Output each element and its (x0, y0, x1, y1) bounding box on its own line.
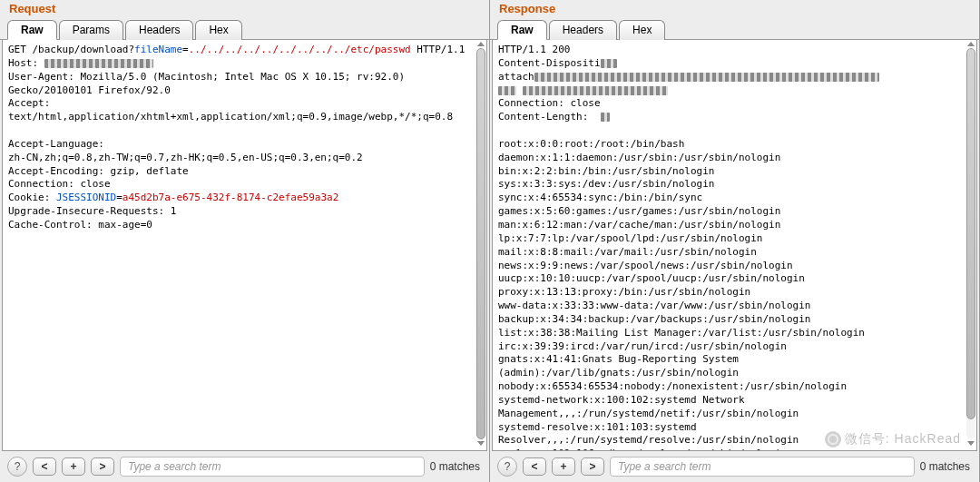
next-match-button[interactable]: > (581, 457, 604, 476)
add-button[interactable]: + (552, 457, 575, 476)
prev-match-button[interactable]: < (523, 457, 546, 476)
response-raw-content[interactable]: HTTP/1.1 200Content-Dispositi attach Con… (492, 40, 977, 451)
tab-headers[interactable]: Headers (125, 20, 193, 40)
add-button[interactable]: + (62, 457, 85, 476)
tab-headers[interactable]: Headers (549, 20, 617, 40)
response-title: Response (490, 0, 979, 19)
help-button[interactable]: ? (497, 457, 517, 477)
tab-hex[interactable]: Hex (195, 20, 241, 40)
request-scrollbar[interactable] (476, 42, 485, 446)
response-tabs: Raw Headers Hex (490, 19, 979, 40)
tab-raw[interactable]: Raw (7, 20, 57, 40)
request-match-count: 0 matches (430, 460, 482, 473)
prev-match-button[interactable]: < (33, 457, 56, 476)
response-scrollbar[interactable] (966, 42, 975, 446)
scroll-thumb[interactable] (966, 48, 975, 419)
scroll-up-icon[interactable] (967, 42, 975, 46)
request-panel: Request Raw Params Headers Hex GET /back… (0, 0, 490, 482)
help-button[interactable]: ? (7, 457, 27, 477)
scroll-down-icon[interactable] (967, 441, 975, 446)
next-match-button[interactable]: > (91, 457, 114, 476)
scroll-down-icon[interactable] (477, 441, 485, 446)
scroll-track[interactable] (966, 48, 975, 439)
scroll-thumb[interactable] (476, 48, 485, 439)
scroll-track[interactable] (476, 48, 485, 439)
response-panel: Response Raw Headers Hex HTTP/1.1 200Con… (490, 0, 980, 482)
scroll-up-icon[interactable] (477, 42, 485, 46)
request-footer: ? < + > 0 matches (0, 451, 489, 482)
tab-hex[interactable]: Hex (619, 20, 665, 40)
request-title: Request (0, 0, 489, 19)
request-tabs: Raw Params Headers Hex (0, 19, 489, 40)
tab-raw[interactable]: Raw (497, 20, 547, 40)
response-match-count: 0 matches (920, 460, 972, 473)
response-search-input[interactable] (610, 457, 915, 477)
response-footer: ? < + > 0 matches (490, 451, 979, 482)
request-search-input[interactable] (120, 457, 425, 477)
tab-params[interactable]: Params (59, 20, 123, 40)
request-raw-content[interactable]: GET /backup/download?fileName=../../../.… (2, 40, 487, 451)
